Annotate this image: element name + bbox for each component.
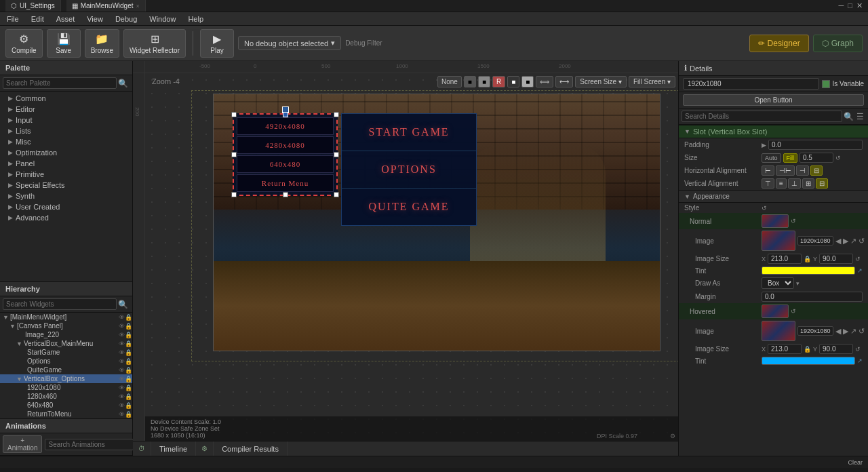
palette-item-primitive[interactable]: ▶Primitive	[0, 169, 132, 180]
tree-eye-icon-vbox[interactable]: 👁	[119, 340, 125, 347]
image-size-y[interactable]	[819, 254, 853, 264]
hierarchy-search-input[interactable]	[3, 298, 117, 310]
is-variable-checkbox[interactable]	[822, 80, 830, 88]
hovered-reset-icon2[interactable]: ↺	[859, 327, 865, 336]
image-nav-prev[interactable]: ◀	[835, 237, 841, 245]
menu-window[interactable]: Window	[146, 15, 178, 23]
fill-button[interactable]: Fill	[783, 153, 798, 163]
align-top-btn[interactable]: ⊤	[762, 178, 774, 189]
palette-item-advanced[interactable]: ▶Advanced	[0, 212, 132, 223]
tree-lock-icon-canvas[interactable]: 🔒	[125, 323, 132, 330]
size-reset-icon[interactable]: ↺	[835, 155, 841, 161]
tree-item-640[interactable]: 640x480 👁 🔒	[0, 401, 132, 410]
option-640[interactable]: 640x480	[237, 155, 334, 173]
hovered-size-y[interactable]	[819, 344, 853, 354]
tree-item-canvas[interactable]: ▼ [Canvas Panel] 👁 🔒	[0, 321, 132, 330]
color-btn-r[interactable]: R	[492, 76, 505, 87]
padding-input[interactable]	[768, 140, 863, 150]
debug-filter-dropdown[interactable]: No debug object selected ▾	[238, 36, 341, 50]
tree-eye-icon-image220[interactable]: 👁	[119, 332, 125, 338]
tree-lock-icon[interactable]: 🔒	[125, 314, 132, 321]
palette-item-optimization[interactable]: ▶Optimization	[0, 147, 132, 158]
palette-item-misc[interactable]: ▶Misc	[0, 136, 132, 147]
appearance-section-header[interactable]: ▼ Appearance	[679, 190, 868, 203]
canvas-viewport[interactable]: Zoom -4 None ■ ■ R ■ ■ ⟺ ⟷ Screen Size ▾	[145, 73, 678, 441]
align-fill-v2-btn[interactable]: ⊟	[816, 178, 828, 189]
hovered-image-res[interactable]: 1920x1080	[797, 326, 833, 336]
align-middle-btn[interactable]: ≡	[776, 178, 787, 189]
palette-item-input[interactable]: ▶Input	[0, 115, 132, 125]
menu-file[interactable]: File	[4, 15, 22, 23]
none-button[interactable]: None	[437, 76, 462, 87]
tab-close-icon[interactable]: ×	[136, 3, 140, 9]
image-open-icon[interactable]: ↗	[850, 237, 856, 245]
timeline-icon[interactable]: ⏱	[133, 441, 151, 456]
draw-as-select[interactable]: Box	[762, 277, 794, 289]
tree-eye-icon-640[interactable]: 👁	[119, 402, 125, 409]
tree-item-options[interactable]: Options 👁 🔒	[0, 357, 132, 366]
menu-asset[interactable]: Asset	[54, 15, 78, 23]
arrows-btn-2[interactable]: ⟷	[555, 76, 573, 87]
align-bottom-btn[interactable]: ⊥	[788, 178, 801, 189]
menu-help[interactable]: Help	[185, 15, 206, 23]
animations-search-input[interactable]	[45, 439, 138, 450]
tree-lock-icon-image220[interactable]: 🔒	[125, 332, 132, 338]
arrows-btn[interactable]: ⟺	[536, 76, 553, 87]
tree-lock-icon-640[interactable]: 🔒	[125, 402, 132, 409]
tree-lock-icon-1920[interactable]: 🔒	[125, 385, 132, 391]
image-res-input[interactable]: 1920x1080	[797, 236, 833, 245]
palette-item-user-created[interactable]: ▶User Created	[0, 201, 132, 212]
menu-edit[interactable]: Edit	[28, 15, 47, 23]
tint-color-bar[interactable]	[762, 267, 855, 275]
tree-item-quitegame[interactable]: QuiteGame 👁 🔒	[0, 366, 132, 374]
palette-item-special-effects[interactable]: ▶Special Effects	[0, 180, 132, 191]
image-nav-next[interactable]: ▶	[843, 237, 848, 245]
ui-settings-tab[interactable]: ⬡ UI_Settings	[5, 0, 61, 12]
tree-eye-icon-opt[interactable]: 👁	[119, 358, 125, 365]
option-4280[interactable]: 4280x4080	[237, 136, 334, 154]
hovered-reset-icon[interactable]: ↺	[791, 308, 796, 315]
details-search-icon[interactable]: 🔍	[842, 112, 855, 121]
minimize-icon[interactable]: ─	[839, 1, 844, 10]
palette-item-lists[interactable]: ▶Lists	[0, 125, 132, 136]
tree-lock-icon-qg[interactable]: 🔒	[125, 367, 132, 374]
add-animation-button[interactable]: + Animation	[3, 435, 42, 453]
action-start-game[interactable]: START GAME	[342, 114, 476, 151]
align-center-h-btn[interactable]: ⊣⊢	[776, 165, 795, 176]
padding-expand-icon[interactable]: ▶	[762, 142, 766, 149]
tree-item-1920[interactable]: 1920x1080 👁 🔒	[0, 383, 132, 392]
tree-eye-icon-1920[interactable]: 👁	[119, 385, 125, 391]
align-fill-v-btn[interactable]: ⊞	[802, 178, 814, 189]
image-size-x[interactable]	[768, 254, 802, 264]
palette-item-synth[interactable]: ▶Synth	[0, 191, 132, 201]
palette-item-panel[interactable]: ▶Panel	[0, 158, 132, 169]
tree-eye-icon-return[interactable]: 👁	[119, 411, 125, 418]
menu-debug[interactable]: Debug	[113, 15, 140, 23]
tree-eye-icon-1280[interactable]: 👁	[119, 393, 125, 400]
hovered-size-reset[interactable]: ↺	[855, 346, 861, 353]
palette-search-icon[interactable]: 🔍	[117, 79, 130, 88]
tree-item-startgame[interactable]: StartGame 👁 🔒	[0, 348, 132, 357]
action-options[interactable]: OPTIONS	[342, 151, 476, 189]
details-filter-icon[interactable]: ☰	[855, 112, 865, 121]
tree-lock-icon-return[interactable]: 🔒	[125, 411, 132, 418]
color-btn-light[interactable]: ■	[521, 76, 534, 87]
widget-reflector-button[interactable]: ⊞ Widget Reflector	[123, 29, 186, 58]
hierarchy-search-icon[interactable]: 🔍	[117, 300, 130, 309]
compiler-results-tab[interactable]: Compiler Results	[214, 441, 288, 456]
hovered-nav-next[interactable]: ▶	[843, 327, 848, 336]
play-button[interactable]: ▶ Play	[200, 29, 234, 58]
tree-eye-icon-vbo[interactable]: 👁	[119, 376, 125, 382]
palette-item-editor[interactable]: ▶Editor	[0, 104, 132, 115]
tree-lock-icon-sg[interactable]: 🔒	[125, 349, 132, 356]
hovered-nav-prev[interactable]: ◀	[835, 327, 841, 336]
tree-eye-icon[interactable]: 👁	[119, 314, 125, 321]
tree-item-verticalbox-options[interactable]: ▼ VerticalBox_Options 👁 🔒	[0, 374, 132, 383]
margin-input[interactable]	[762, 292, 863, 302]
color-btn-dark[interactable]: ■	[507, 76, 519, 87]
save-button[interactable]: 💾 Save	[47, 29, 81, 58]
style-reset-icon[interactable]: ↺	[762, 205, 767, 212]
tree-item-returntomenu[interactable]: ReturnToMenu 👁 🔒	[0, 410, 132, 418]
hovered-open-icon[interactable]: ↗	[850, 327, 856, 336]
tree-item-image220[interactable]: ▶ Image_220 👁 🔒	[0, 330, 132, 339]
